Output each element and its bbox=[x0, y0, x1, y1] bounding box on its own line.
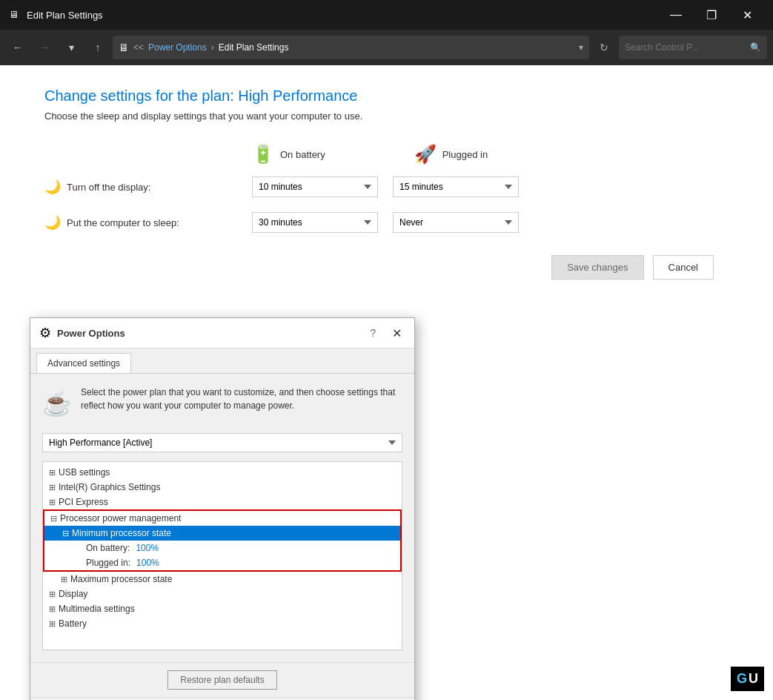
battery-icon: 🔋 bbox=[252, 144, 274, 165]
dialog-buttons: OK Cancel Apply bbox=[30, 697, 414, 700]
settings-tree[interactable]: ⊞USB settings⊞Intel(R) Graphics Settings… bbox=[42, 461, 402, 650]
tree-item[interactable]: ⊟Minimum processor state bbox=[44, 526, 400, 541]
action-buttons: Save changes Cancel bbox=[44, 255, 714, 280]
column-headers: 🔋 On battery 🚀 Plugged in bbox=[252, 144, 729, 165]
back-button[interactable]: ← bbox=[6, 36, 30, 59]
tree-item[interactable]: ⊟Processor power management bbox=[44, 511, 400, 526]
nav-bar: ← → ▾ ↑ 🖥 << Power Options › Edit Plan S… bbox=[0, 30, 773, 65]
breadcrumb-parent[interactable]: Power Options bbox=[148, 42, 207, 53]
sleep-setting-row: 🌙 Put the computer to sleep: 30 minutes … bbox=[44, 212, 729, 233]
display-plugged-select[interactable]: 15 minutes bbox=[393, 176, 519, 197]
window-controls: — ❐ ✕ bbox=[659, 3, 764, 27]
address-bar: 🖥 << Power Options › Edit Plan Settings … bbox=[113, 36, 589, 59]
tree-item[interactable]: ⊞PCI Express bbox=[43, 495, 402, 509]
tree-expand-icon: ⊞ bbox=[49, 604, 56, 614]
tree-item[interactable]: ⊞Battery bbox=[43, 616, 402, 631]
tree-expand-icon: ⊞ bbox=[49, 483, 56, 492]
tree-item-label: Maximum processor state bbox=[70, 574, 172, 584]
dialog-description-text: Select the power plan that you want to c… bbox=[81, 386, 402, 412]
tree-item[interactable]: On battery:100% bbox=[44, 541, 400, 555]
display-label: 🌙 Turn off the display: bbox=[44, 179, 252, 195]
page-subtitle: Choose the sleep and display settings th… bbox=[44, 110, 729, 122]
page-title: Change settings for the plan: High Perfo… bbox=[44, 88, 729, 105]
address-sep1: << bbox=[133, 42, 144, 53]
tree-item-label: Minimum processor state bbox=[72, 528, 171, 538]
sleep-label-text: Put the computer to sleep: bbox=[67, 217, 179, 228]
display-label-text: Turn off the display: bbox=[67, 182, 150, 193]
display-battery-select[interactable]: 10 minutes bbox=[252, 176, 378, 197]
tree-expand-icon: ⊟ bbox=[50, 514, 57, 524]
title-bar: 🖥 Edit Plan Settings — ❐ ✕ bbox=[0, 0, 773, 30]
tree-expand-icon: ⊟ bbox=[62, 529, 69, 538]
dialog-tab-bar: Advanced settings bbox=[30, 349, 414, 374]
tree-expand-icon: ⊞ bbox=[49, 498, 56, 507]
restore-defaults-button[interactable]: Restore plan defaults bbox=[167, 670, 276, 690]
tree-item-label: Battery bbox=[59, 618, 87, 629]
dialog-description: ☕ Select the power plan that you want to… bbox=[42, 386, 402, 421]
dialog-body: ☕ Select the power plan that you want to… bbox=[30, 374, 414, 662]
tree-item[interactable]: ⊞Maximum processor state bbox=[43, 572, 402, 587]
tree-item-value: 100% bbox=[136, 543, 159, 553]
tree-expand-icon: ⊞ bbox=[49, 468, 56, 478]
tree-item[interactable]: ⊞Intel(R) Graphics Settings bbox=[43, 480, 402, 495]
watermark-u: U bbox=[749, 671, 758, 687]
display-setting-row: 🌙 Turn off the display: 10 minutes 15 mi… bbox=[44, 176, 729, 197]
title-bar-text: Edit Plan Settings bbox=[27, 10, 659, 21]
close-button[interactable]: ✕ bbox=[730, 3, 764, 27]
minimize-button[interactable]: — bbox=[659, 3, 693, 27]
tree-item-label: Multimedia settings bbox=[59, 604, 135, 614]
display-icon: 🌙 bbox=[44, 179, 61, 195]
dialog-titlebar: ⚙ Power Options ? ✕ bbox=[30, 318, 414, 349]
forward-button[interactable]: → bbox=[33, 36, 56, 59]
breadcrumb-sep: › bbox=[211, 42, 214, 53]
sleep-icon: 🌙 bbox=[44, 214, 61, 231]
dropdown-button[interactable]: ▾ bbox=[59, 36, 83, 59]
address-icon: 🖥 bbox=[119, 42, 129, 53]
tree-item[interactable]: ⊞Multimedia settings bbox=[43, 601, 402, 616]
main-content: Change settings for the plan: High Perfo… bbox=[0, 65, 773, 700]
battery-label: On battery bbox=[280, 149, 325, 160]
tree-expand-icon: ⊞ bbox=[61, 575, 67, 584]
plugged-label: Plugged in bbox=[442, 149, 488, 160]
tree-item[interactable]: ⊞Display bbox=[43, 587, 402, 601]
search-bar: 🔍 bbox=[619, 36, 767, 59]
search-icon: 🔍 bbox=[750, 42, 761, 53]
power-options-dialog: ⚙ Power Options ? ✕ Advanced settings ☕ … bbox=[30, 317, 415, 700]
search-input[interactable] bbox=[625, 42, 746, 53]
tree-item[interactable]: ⊞USB settings bbox=[43, 465, 402, 480]
sleep-plugged-select[interactable]: Never bbox=[393, 212, 519, 233]
tree-item-label: Intel(R) Graphics Settings bbox=[59, 482, 160, 492]
save-changes-button[interactable]: Save changes bbox=[551, 255, 643, 280]
dialog-desc-icon: ☕ bbox=[42, 386, 72, 421]
plan-select-row: High Performance [Active] bbox=[42, 433, 402, 452]
dialog-title-icon: ⚙ bbox=[39, 325, 51, 341]
breadcrumb-current: Edit Plan Settings bbox=[219, 42, 289, 53]
dialog-close-button[interactable]: ✕ bbox=[388, 324, 405, 342]
tree-expand-icon: ⊞ bbox=[49, 619, 56, 629]
watermark-g: G bbox=[737, 671, 747, 687]
watermark: G U bbox=[731, 667, 764, 691]
plugged-icon: 🚀 bbox=[414, 144, 437, 165]
refresh-button[interactable]: ↻ bbox=[592, 36, 616, 59]
processor-highlight-section: ⊟Processor power management⊟Minimum proc… bbox=[43, 509, 402, 572]
address-dropdown-icon[interactable]: ▾ bbox=[579, 42, 583, 53]
cancel-button[interactable]: Cancel bbox=[653, 255, 714, 280]
restore-button[interactable]: ❐ bbox=[694, 3, 729, 27]
dialog-footer: Restore plan defaults bbox=[30, 662, 414, 697]
tree-item-label: On battery: bbox=[86, 543, 130, 553]
dialog-help-button[interactable]: ? bbox=[370, 327, 376, 339]
tree-item[interactable]: Plugged in:100% bbox=[44, 555, 400, 570]
advanced-settings-tab[interactable]: Advanced settings bbox=[36, 353, 131, 373]
tree-item-label: PCI Express bbox=[59, 497, 108, 507]
tree-item-label: Display bbox=[59, 589, 87, 599]
dialog-title-text: Power Options bbox=[57, 328, 364, 339]
tree-item-label: Plugged in: bbox=[86, 558, 130, 568]
tree-expand-icon: ⊞ bbox=[49, 590, 56, 599]
up-button[interactable]: ↑ bbox=[86, 36, 110, 59]
sleep-label: 🌙 Put the computer to sleep: bbox=[44, 214, 252, 231]
app-icon: 🖥 bbox=[9, 9, 21, 21]
tree-item-label: Processor power management bbox=[60, 513, 181, 524]
plugged-column-header: 🚀 Plugged in bbox=[414, 144, 488, 165]
plan-select[interactable]: High Performance [Active] bbox=[42, 433, 402, 452]
sleep-battery-select[interactable]: 30 minutes bbox=[252, 212, 378, 233]
